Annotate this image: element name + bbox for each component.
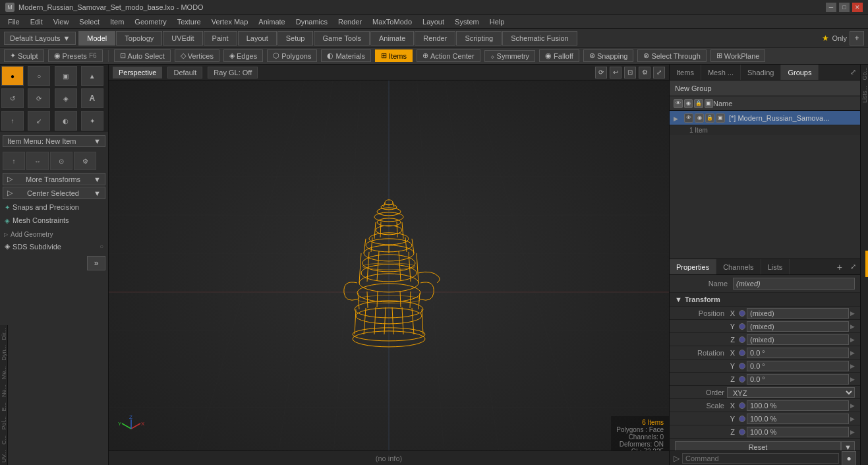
add-geometry-section[interactable]: ▷ Add Geometry	[0, 230, 108, 239]
side-label-c[interactable]: C...	[1, 433, 7, 447]
side-label-ne[interactable]: Ne...	[1, 382, 7, 400]
tab-layout[interactable]: Layout	[238, 31, 277, 46]
tool-up[interactable]: ↑	[1, 111, 24, 131]
tool-redo[interactable]: ⟳	[28, 88, 50, 108]
tab-schematic[interactable]: Schematic Fusion	[502, 31, 577, 46]
scale-z-input[interactable]	[747, 427, 849, 437]
symmetry-filter[interactable]: ⬦ Symmetry	[484, 50, 536, 62]
menu-render[interactable]: Render	[333, 15, 367, 28]
transform-translate[interactable]: ↑	[3, 152, 25, 170]
scale-y-input[interactable]	[747, 414, 849, 424]
name-prop-input[interactable]	[733, 278, 855, 290]
item-visibility-icon[interactable]: 👁	[684, 113, 693, 123]
rotation-z-input[interactable]	[747, 374, 849, 385]
viewport-maximize[interactable]: ⤢	[653, 67, 665, 78]
rotation-y-dot[interactable]	[739, 363, 745, 369]
props-tab-properties[interactable]: Properties	[670, 259, 716, 274]
tool-undo[interactable]: ↺	[1, 88, 24, 108]
command-submit-button[interactable]: ●	[842, 451, 856, 466]
lists-label[interactable]: Lists...	[861, 83, 868, 106]
mesh-constraints-item[interactable]: ◈ Mesh Constraints	[0, 214, 108, 227]
snaps-item[interactable]: ✦ Snaps and Precision	[0, 201, 108, 214]
side-label-pol[interactable]: Pol...	[1, 414, 7, 433]
tool-select[interactable]: ◈	[55, 88, 77, 108]
menu-help[interactable]: Help	[484, 15, 510, 28]
order-select[interactable]: XYZ	[727, 387, 855, 398]
item-render-icon[interactable]: ◉	[695, 113, 704, 123]
tool-half[interactable]: ◐	[55, 111, 77, 131]
rotation-x-input[interactable]	[747, 348, 849, 358]
lock-icon[interactable]: 🔒	[694, 99, 703, 108]
menu-texture[interactable]: Texture	[172, 15, 206, 28]
menu-geometry[interactable]: Geometry	[129, 15, 171, 28]
falloff-filter[interactable]: ◉ Falloff	[539, 49, 579, 62]
menu-item[interactable]: Item	[105, 15, 129, 28]
position-y-dot[interactable]	[739, 323, 745, 330]
tab-render[interactable]: Render	[415, 31, 455, 46]
add-props-button[interactable]: +	[833, 261, 846, 274]
transform-all[interactable]: ⚙	[74, 152, 96, 170]
items-filter[interactable]: ⊞ Items	[375, 49, 413, 62]
scale-x-dot[interactable]	[739, 402, 745, 409]
tool-move[interactable]: ●	[1, 66, 24, 86]
position-y-arr[interactable]: ▶	[850, 323, 855, 330]
vis-icon[interactable]: 👁	[674, 99, 683, 108]
side-label-me[interactable]: Me...	[1, 363, 7, 382]
viewport-undo-button[interactable]: ↩	[610, 67, 622, 78]
tab-animate[interactable]: Animate	[370, 31, 414, 46]
menu-maxtomode[interactable]: MaxToModo	[367, 15, 417, 28]
menu-dynamics[interactable]: Dynamics	[291, 15, 333, 28]
tool-star[interactable]: ✦	[81, 111, 103, 131]
tab-model[interactable]: Model	[78, 31, 115, 46]
polygons-filter[interactable]: ⬡ Polygons	[267, 49, 317, 62]
side-label-uv[interactable]: UV...	[1, 447, 7, 465]
position-y-input[interactable]	[747, 321, 849, 332]
menu-layout[interactable]: Layout	[417, 15, 449, 28]
side-label-dyn[interactable]: Dyn...	[1, 342, 7, 363]
expand-left-button[interactable]: »	[87, 256, 105, 270]
materials-filter[interactable]: ◐ Materials	[321, 49, 371, 62]
viewport-tab-perspective[interactable]: Perspective	[113, 67, 162, 78]
tab-game-tools[interactable]: Game Tools	[314, 31, 370, 46]
transform-section-header[interactable]: ▼ Transform	[670, 293, 860, 307]
go-label[interactable]: Go...	[861, 65, 868, 83]
edges-filter[interactable]: ◈ Edges	[223, 49, 263, 62]
menu-file[interactable]: File	[3, 15, 25, 28]
minimize-button[interactable]: ─	[826, 3, 836, 12]
expand-props-button[interactable]: ⤢	[846, 261, 860, 272]
close-button[interactable]: ✕	[852, 3, 863, 12]
menu-select[interactable]: Select	[74, 15, 105, 28]
tool-scale[interactable]: ▣	[55, 66, 77, 86]
expand-panel-button[interactable]: ⤢	[846, 67, 860, 78]
props-tab-lists[interactable]: Lists	[761, 259, 790, 274]
default-layouts-dropdown[interactable]: Default Layouts ▼	[4, 32, 76, 45]
item-sel-icon[interactable]: ▣	[716, 113, 725, 123]
reset-dropdown-button[interactable]: ▼	[841, 441, 855, 450]
position-x-dot[interactable]	[739, 310, 745, 317]
rotation-x-arr[interactable]: ▶	[850, 350, 855, 356]
rotation-y-input[interactable]	[747, 361, 849, 371]
position-z-dot[interactable]	[739, 336, 745, 343]
menu-vertex-map[interactable]: Vertex Map	[206, 15, 254, 28]
menu-view[interactable]: View	[48, 15, 74, 28]
select-through-filter[interactable]: ⊗ Select Through	[637, 49, 706, 62]
render-icon[interactable]: ◉	[684, 99, 693, 108]
add-layout-button[interactable]: +	[850, 31, 864, 46]
sel-icon[interactable]: ▣	[705, 99, 714, 108]
scale-y-arr[interactable]: ▶	[850, 416, 855, 422]
tab-topology[interactable]: Topology	[116, 31, 162, 46]
rotation-y-arr[interactable]: ▶	[850, 363, 855, 369]
viewport-tab-raygl[interactable]: Ray GL: Off	[208, 67, 258, 78]
scale-y-dot[interactable]	[739, 416, 745, 422]
tab-groups[interactable]: Groups	[781, 65, 819, 80]
snapping-filter[interactable]: ⊛ Snapping	[583, 49, 634, 62]
vertices-filter[interactable]: ◇ Vertices	[175, 49, 219, 62]
scale-z-arr[interactable]: ▶	[850, 429, 855, 435]
tab-shading[interactable]: Shading	[741, 65, 781, 80]
position-z-input[interactable]	[747, 334, 849, 345]
side-label-dir[interactable]: Dir...	[1, 325, 7, 343]
rotation-z-arr[interactable]: ▶	[850, 376, 855, 383]
reset-button[interactable]: Reset	[675, 441, 841, 450]
scale-x-input[interactable]	[747, 400, 849, 411]
viewport-tab-default[interactable]: Default	[167, 67, 202, 78]
